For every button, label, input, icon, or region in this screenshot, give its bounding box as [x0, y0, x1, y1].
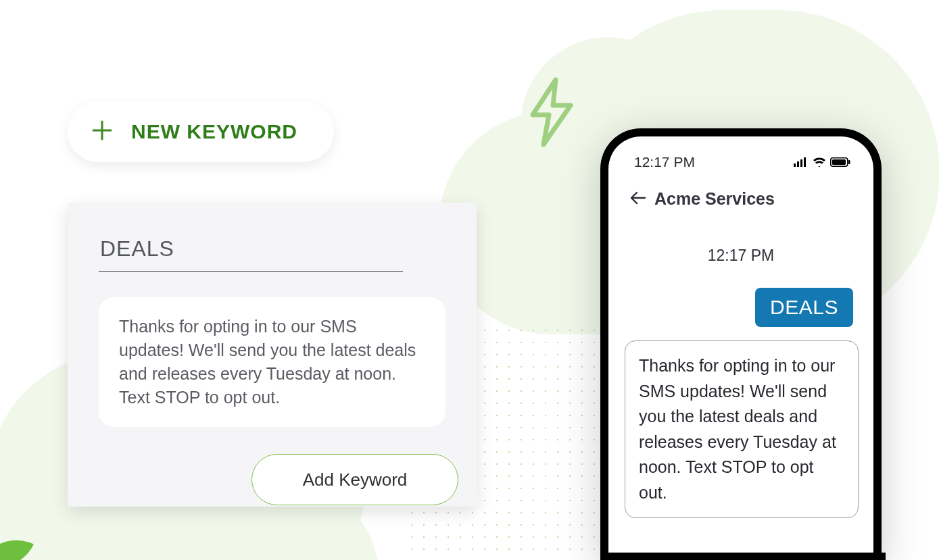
back-arrow-icon[interactable] [630, 189, 646, 209]
phone-status-bar: 12:17 PM [625, 153, 857, 177]
svg-rect-7 [832, 159, 846, 165]
svg-rect-8 [848, 160, 850, 164]
auto-response-text[interactable]: Thanks for opting in to our SMS updates!… [99, 297, 446, 427]
outgoing-message-bubble: DEALS [755, 288, 853, 327]
incoming-message-bubble: Thanks for opting in to our SMS updates!… [625, 340, 859, 518]
plus-icon [92, 120, 112, 143]
keyword-editor-panel: Thanks for opting in to our SMS updates!… [68, 203, 477, 507]
svg-rect-4 [800, 159, 802, 167]
thread-timestamp: 12:17 PM [625, 247, 857, 265]
new-keyword-button[interactable]: NEW KEYWORD [68, 101, 334, 162]
svg-rect-2 [794, 163, 796, 167]
conversation-header[interactable]: Acme Services [625, 177, 857, 215]
wifi-icon [813, 154, 826, 170]
sender-name: Acme Services [654, 189, 775, 209]
svg-rect-5 [804, 157, 806, 167]
phone-mockup: 12:17 PM Acme Services [600, 128, 882, 560]
svg-rect-3 [797, 161, 799, 167]
lightning-bolt-icon [521, 76, 581, 153]
battery-icon [830, 154, 850, 170]
phone-status-time: 12:17 PM [634, 154, 695, 170]
keyword-name-input[interactable] [99, 232, 403, 272]
add-keyword-button[interactable]: Add Keyword [251, 454, 458, 505]
new-keyword-label: NEW KEYWORD [131, 120, 297, 143]
phone-side-button [882, 553, 886, 560]
cellular-signal-icon [794, 154, 809, 170]
